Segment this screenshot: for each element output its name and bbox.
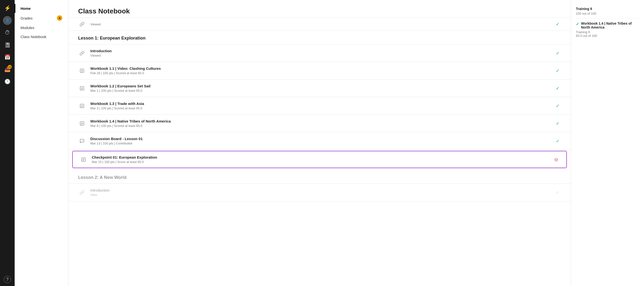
right-check-icon: ✓ — [576, 22, 579, 26]
disc01-status: ✓ — [554, 138, 561, 144]
link-icon — [78, 20, 86, 28]
wb13-status: ✓ — [554, 102, 561, 109]
nav-item-home[interactable]: Home — [15, 4, 68, 13]
wb11-info: Workbook 1.1 | Video: Clashing Cultures … — [90, 66, 554, 75]
calendar-icon[interactable]: 📅 — [2, 52, 13, 62]
quiz-icon — [78, 84, 86, 92]
intro-status: ✓ — [554, 50, 561, 56]
lesson2-header: Lesson 2: A New World — [68, 170, 571, 184]
inbox-icon[interactable]: 📥 13 — [2, 64, 13, 75]
nav-item-modules[interactable]: Modules — [15, 23, 68, 32]
top-item-info: Viewed — [90, 22, 554, 26]
check-icon: ✓ — [556, 86, 560, 91]
wb14-info: Workbook 1.4 | Native Tribes of North Am… — [90, 119, 554, 128]
clock-alert-icon[interactable]: ⏱ — [2, 27, 13, 38]
discussion-icon — [78, 137, 86, 145]
intro2-title: Introduction — [90, 188, 554, 192]
chk01-title: Checkpoint 01: European Exploration — [92, 155, 553, 159]
right-item-training9[interactable]: Training 9 100 out of 100 — [576, 4, 639, 18]
dark-sidebar: ⚡ 👤 ⏱ 📓 📅 📥 13 🕐 ? — [0, 0, 15, 286]
wb14-status: ✓ — [554, 120, 561, 127]
inbox-badge: 13 — [8, 65, 12, 69]
intro2-subtitle: View — [90, 193, 554, 197]
wb11-title: Workbook 1.1 | Video: Clashing Cultures — [90, 66, 554, 70]
intro2-info: Introduction View — [90, 188, 554, 197]
top-item-status: ✓ — [554, 21, 561, 28]
quiz-icon — [80, 156, 88, 164]
minus-circle-icon: ⊖ — [554, 157, 558, 162]
check-icon: ✓ — [556, 103, 560, 108]
grades-badge: 4 — [57, 15, 62, 21]
course-item-intro[interactable]: Introduction Viewed ✓ — [68, 44, 571, 62]
right-item-no-check-title: Training 9 — [576, 7, 639, 11]
wb13-info: Workbook 1.3 | Trade with Asia Mar 3 | 1… — [90, 102, 554, 110]
right-item-score2: 83.5 out of 100 — [576, 34, 639, 38]
course-item-wb13[interactable]: Workbook 1.3 | Trade with Asia Mar 3 | 1… — [68, 97, 571, 115]
nav-home-label: Home — [20, 6, 31, 10]
avatar-icon[interactable]: 👤 — [2, 15, 13, 26]
right-item-check-title: ✓ Workbook 1.4 | Native Tribes of North … — [576, 22, 639, 29]
intro-title: Introduction — [90, 49, 554, 53]
check-icon: ✓ — [556, 121, 560, 126]
main-content: Class Notebook Viewed ✓ Lesson 1: Europe… — [68, 0, 571, 286]
lightning-icon[interactable]: ⚡ — [2, 3, 13, 14]
lesson1-header: Lesson 1: European Exploration — [68, 31, 571, 44]
right-sidebar: Training 9 100 out of 100 ✓ Workbook 1.4… — [571, 0, 644, 286]
course-item-disc01[interactable]: Discussion Board - Lesson 01 Mar 13 | 10… — [68, 132, 571, 150]
check-icon: ✓ — [556, 50, 560, 56]
chk01-info: Checkpoint 01: European Exploration Mar … — [92, 155, 553, 164]
quiz-icon — [78, 120, 86, 128]
check-icon: ✓ — [556, 138, 560, 144]
nav-sidebar: Home Grades 4 Modules Class Notebook — [15, 0, 68, 286]
notebook-icon[interactable]: 📓 — [2, 40, 13, 50]
right-item-score: 100 out of 100 — [576, 12, 639, 15]
right-item-training-label: Training 9 — [576, 30, 639, 34]
nav-grades-label: Grades — [20, 16, 32, 20]
intro-info: Introduction Viewed — [90, 49, 554, 57]
wb12-info: Workbook 1.2 | Europeans Set Sail Mar 1 … — [90, 84, 554, 92]
right-title-text: Training 9 — [576, 7, 592, 11]
link-icon — [78, 49, 86, 57]
right-wb14-title-text: Workbook 1.4 | Native Tribes of North Am… — [581, 22, 639, 29]
class-notebook-title: Class Notebook — [78, 7, 561, 15]
link-icon — [78, 189, 86, 196]
course-item-chk01[interactable]: Checkpoint 01: European Exploration Mar … — [72, 151, 567, 168]
help-icon[interactable]: ? — [4, 276, 11, 283]
nav-modules-label: Modules — [20, 26, 34, 30]
quiz-icon — [78, 67, 86, 75]
course-item-intro2[interactable]: Introduction View ○ — [68, 184, 571, 201]
wb13-title: Workbook 1.3 | Trade with Asia — [90, 102, 554, 106]
wb12-subtitle: Mar 1 | 100 pts | Scored at least 65.0 — [90, 89, 554, 92]
intro2-status: ○ — [554, 189, 561, 196]
disc01-title: Discussion Board - Lesson 01 — [90, 137, 554, 141]
right-item-wb14-native[interactable]: ✓ Workbook 1.4 | Native Tribes of North … — [576, 18, 639, 40]
nav-class-notebook-label: Class Notebook — [20, 35, 46, 39]
check-icon: ✓ — [556, 68, 560, 74]
chk01-status: ⊖ — [553, 156, 560, 163]
top-viewed-item[interactable]: Viewed ✓ — [68, 18, 571, 31]
top-item-label: Viewed — [90, 22, 554, 26]
nav-item-grades[interactable]: Grades 4 — [15, 13, 68, 23]
course-item-wb14[interactable]: Workbook 1.4 | Native Tribes of North Am… — [68, 115, 571, 132]
wb13-subtitle: Mar 3 | 100 pts | Scored at least 65.0 — [90, 106, 554, 110]
chk01-subtitle: Mar 15 | 100 pts | Score at least 65.0 — [92, 160, 553, 164]
quiz-icon — [78, 102, 86, 110]
course-item-wb11[interactable]: Workbook 1.1 | Video: Clashing Cultures … — [68, 62, 571, 80]
wb14-subtitle: Mar 8 | 100 pts | Scored at least 65.0 — [90, 124, 554, 128]
disc01-info: Discussion Board - Lesson 01 Mar 13 | 10… — [90, 137, 554, 145]
intro-subtitle: Viewed — [90, 54, 554, 57]
wb11-status: ✓ — [554, 67, 561, 74]
history-icon[interactable]: 🕐 — [2, 76, 13, 87]
check-icon: ✓ — [556, 22, 560, 27]
wb14-title: Workbook 1.4 | Native Tribes of North Am… — [90, 119, 554, 123]
wb12-title: Workbook 1.2 | Europeans Set Sail — [90, 84, 554, 88]
wb11-subtitle: Feb 28 | 100 pts | Scored at least 65.0 — [90, 71, 554, 75]
disc01-subtitle: Mar 13 | 100 pts | Contributed — [90, 142, 554, 145]
class-notebook-section: Class Notebook — [68, 0, 571, 18]
nav-item-class-notebook[interactable]: Class Notebook — [15, 32, 68, 41]
wb12-status: ✓ — [554, 85, 561, 92]
user-avatar: 👤 — [3, 16, 12, 25]
course-item-wb12[interactable]: Workbook 1.2 | Europeans Set Sail Mar 1 … — [68, 80, 571, 97]
empty-circle-icon: ○ — [556, 190, 559, 195]
